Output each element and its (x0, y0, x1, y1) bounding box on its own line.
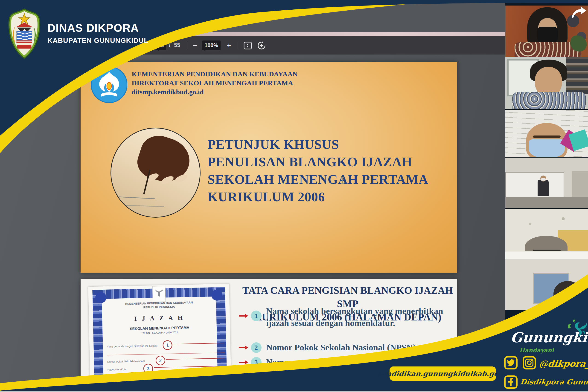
kemdikbud-logo-icon (91, 65, 127, 105)
video-conference-window: 12 / 55 − 100% + (0, 0, 588, 392)
hand-writing-photo (111, 128, 200, 218)
slide-title-line4: KURIKULUM 2006 (208, 188, 428, 206)
screen-share-area: 12 / 55 − 100% + (0, 32, 505, 392)
slide-title: PETUNJUK KHUSUS PENULISAN BLANGKO IJAZAH… (208, 136, 428, 206)
ministry-line1: KEMENTERIAN PENDIDIKAN DAN KEBUDAYAAN (132, 70, 298, 78)
footer-branding: Gunungkidul Handayani @dikpora_gk Disdik… (490, 318, 588, 392)
twitter-icon (504, 356, 517, 370)
slide-cover: KEMENTERIAN PENDIDIKAN DAN KEBUDAYAAN DI… (81, 62, 457, 272)
slide-title-line1: PETUNJUK KHUSUS (208, 136, 428, 153)
red-arrow-icon (239, 314, 249, 318)
agency-branding: DINAS DIKPORA KABUPATEN GUNUNGKIDUL (7, 8, 42, 61)
garuda-emblem-icon (152, 286, 166, 302)
fit-to-page-icon[interactable] (243, 42, 252, 50)
ijazah-certificate-image: KEMENTERIAN PENDIDIKAN DAN KEBUDAYAAN RE… (88, 284, 231, 392)
certificate-field3: Kabupaten/Kota (108, 368, 127, 371)
social-handle: @dikpora_gk (538, 358, 588, 369)
facebook-icon (504, 376, 517, 389)
zoom-out-button[interactable]: − (190, 40, 200, 51)
agency-region: KABUPATEN GUNUNGKIDUL (48, 36, 148, 44)
certificate-heading: KEMENTERIAN PENDIDIKAN DAN KEBUDAYAAN RE… (105, 300, 214, 310)
zoom-level-field[interactable]: 100% (202, 40, 220, 50)
certificate-field4: Provinsi (108, 376, 117, 379)
item-text: Nama sekolah bersangkutan yang menerbitk… (266, 305, 446, 329)
certificate-note: menerangkan bahwa (189, 373, 214, 376)
callout-3: 3 (143, 363, 154, 374)
facebook-name: Disdikpora Gunungkidul (520, 378, 588, 386)
participant-video-3[interactable] (505, 109, 588, 158)
certificate-field2: Nomor Pokok Sekolah Nasional (107, 360, 145, 363)
red-arrow-icon (239, 346, 249, 350)
participant-video-2[interactable] (505, 57, 588, 110)
slide-title-line2: PENULISAN BLANGKO IJAZAH (208, 153, 428, 171)
item-number-badge: 3 (251, 357, 261, 368)
face-mask (529, 139, 565, 158)
slide-title-line3: SEKOLAH MENENGAH PERTAMA (208, 171, 428, 188)
share-forward-arrow-icon[interactable] (570, 6, 587, 19)
red-arrow-icon (239, 360, 249, 364)
zoom-in-button[interactable]: + (224, 40, 234, 51)
certificate-field1: Yang bertanda tangan di bawah ini, Kepal… (107, 344, 157, 348)
agency-name: DINAS DIKPORA (48, 22, 148, 34)
callout-2: 2 (155, 355, 166, 366)
website-banner: pendidikan.gunungkidulkab.go.id (390, 366, 496, 381)
rotate-icon[interactable] (257, 42, 266, 50)
ministry-heading: KEMENTERIAN PENDIDIKAN DAN KEBUDAYAAN DI… (132, 70, 298, 96)
participant-video-4[interactable] (505, 157, 588, 209)
page-number-field[interactable]: 12 (156, 40, 166, 50)
gunungkidul-crest-icon (7, 8, 42, 60)
border-medallion (95, 292, 107, 303)
toolbar-divider (187, 42, 187, 49)
text-cursor (342, 177, 343, 184)
website-url: pendidikan.gunungkidulkab.go.id (377, 370, 509, 378)
participant-video-6[interactable] (505, 259, 588, 310)
pdf-page-canvas: KEMENTERIAN PENDIDIKAN DAN KEBUDAYAAN DI… (0, 54, 505, 392)
callout-1: 1 (162, 340, 173, 350)
toolbar-divider (238, 42, 238, 49)
instagram-icon (523, 356, 536, 370)
page-separator: / (169, 42, 171, 48)
face-mask (537, 27, 558, 45)
participant-video-5[interactable] (505, 208, 588, 259)
item-text: Nomor Pokok Sekolah Nasional (NPSN) (266, 342, 453, 353)
item-number-badge: 2 (251, 342, 261, 353)
page-total: 55 (174, 42, 180, 48)
brand-tagline: Handayani (519, 347, 554, 354)
item-number-badge: 1 (251, 310, 261, 321)
ministry-line2: DIREKTORAT SEKOLAH MENENGAH PERTAMA (132, 78, 298, 88)
certificate-title: I J A Z A H (105, 314, 214, 323)
ministry-site: ditsmp.kemdikbud.go.id (132, 88, 298, 96)
brand-name: Gunungkidul (510, 330, 588, 346)
